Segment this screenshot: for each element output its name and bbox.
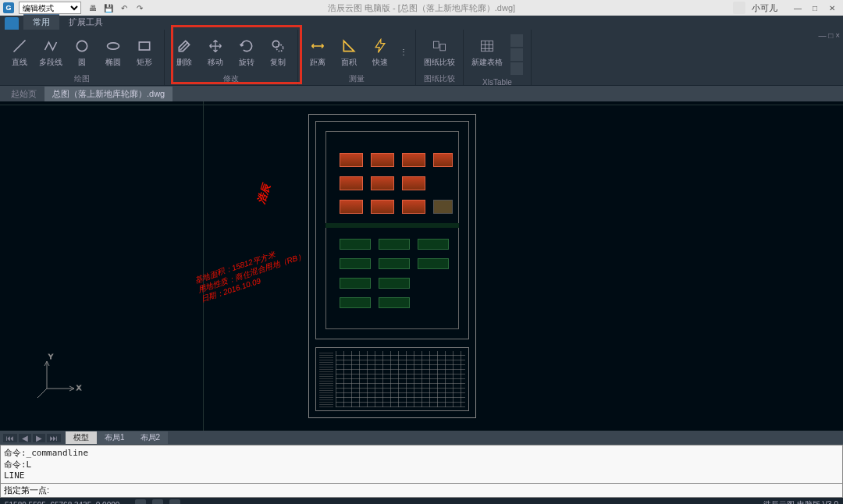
area-button[interactable]: 面积 <box>334 31 364 73</box>
compare-icon <box>430 37 449 55</box>
command-input-row: 指定第一点: <box>0 484 843 498</box>
view-tab-layout1[interactable]: 布局1 <box>97 431 133 444</box>
group-label-compare: 图纸比较 <box>424 73 455 84</box>
menu-tab-common[interactable]: 常用 <box>23 14 59 30</box>
line-button[interactable]: 直线 <box>5 31 34 73</box>
sb-grid-icon[interactable] <box>152 499 163 504</box>
site-plan <box>315 121 469 339</box>
svg-rect-6 <box>440 44 446 51</box>
table-icon <box>478 37 496 55</box>
group-label-measure: 测量 <box>349 73 365 84</box>
drawing-border <box>308 114 476 418</box>
close-button[interactable]: ✕ <box>824 4 840 12</box>
polyline-icon <box>41 37 60 55</box>
doc-tab-1[interactable]: 总图（落上新地库轮廓）.dwg <box>44 87 173 101</box>
svg-text:Y: Y <box>48 353 53 360</box>
document-tabs: 起始页 总图（落上新地库轮廓）.dwg <box>0 86 843 101</box>
sb-snap-icon[interactable] <box>135 499 146 504</box>
copy-icon <box>269 37 287 55</box>
save-icon[interactable]: 💾 <box>103 2 114 13</box>
maximize-button[interactable]: □ <box>807 4 823 12</box>
quick-button[interactable]: 快速 <box>365 31 395 73</box>
print-icon[interactable]: 🖶 <box>87 2 98 13</box>
statusbar: 51589.5595, 65768.3435, 0.0000 浩辰云图 电脑版 … <box>0 498 843 504</box>
command-history: 命令:_commandline 命令:L LINE <box>0 445 843 484</box>
command-prompt: 指定第一点: <box>1 484 52 496</box>
svg-point-3 <box>272 41 279 47</box>
vtab-prev-icon[interactable]: ◀ <box>19 434 31 442</box>
avatar[interactable] <box>733 2 745 14</box>
erase-button[interactable]: 删除 <box>169 31 199 73</box>
move-button[interactable]: 移动 <box>201 31 230 73</box>
start-tab[interactable]: 起始页 <box>3 87 44 101</box>
username: 小可儿 <box>752 2 777 14</box>
more-icon: ⋮ <box>394 42 413 61</box>
copy-button[interactable]: 复制 <box>263 31 293 73</box>
compare-button[interactable]: 图纸比较 <box>421 31 458 73</box>
svg-point-0 <box>76 41 87 51</box>
svg-point-4 <box>276 44 283 51</box>
annotation-title: 浩辰 <box>255 182 274 205</box>
ribbon-group-modify: 删除 移动 旋转 复制 修改 <box>165 30 298 85</box>
ribbon-group-measure: 距离 面积 快速 ⋮ 测量 <box>298 30 416 85</box>
rotate-button[interactable]: 旋转 <box>232 31 261 73</box>
crosshair-v <box>203 101 204 431</box>
rect-icon <box>135 37 154 55</box>
rect-button[interactable]: 矩形 <box>130 31 159 73</box>
ribbon-group-draw: 直线 多段线 圆 椭圆 矩形 绘图 <box>0 30 165 85</box>
table-opt2-icon[interactable] <box>510 48 523 61</box>
svg-rect-5 <box>434 41 439 48</box>
crosshair-h <box>0 105 843 105</box>
ribbon-collapse-icon[interactable]: — □ × <box>819 31 840 40</box>
rotate-icon <box>237 37 256 55</box>
vtab-first-icon[interactable]: ⏮ <box>3 434 17 442</box>
redo-icon[interactable]: ↷ <box>134 2 145 13</box>
group-label-draw: 绘图 <box>74 73 90 84</box>
erase-icon <box>175 37 194 55</box>
ribbon-group-compare: 图纸比较 图纸比较 <box>416 30 464 85</box>
sb-ortho-icon[interactable] <box>169 499 180 504</box>
drawing-canvas[interactable]: 浩辰 基地面积：15812平方米 用地性质：商住混合用地（RB） 日期：2016… <box>0 101 843 431</box>
area-icon <box>340 37 358 55</box>
newtable-button[interactable]: 新建表格 <box>468 31 506 73</box>
coords-readout: 51589.5595, 65768.3435, 0.0000 <box>5 501 119 505</box>
view-tab-model[interactable]: 模型 <box>66 431 97 444</box>
table-opt1-icon[interactable] <box>510 34 523 47</box>
polyline-button[interactable]: 多段线 <box>36 31 66 73</box>
group-label-modify: 修改 <box>223 73 239 84</box>
mode-select[interactable]: 编辑模式 <box>19 2 81 14</box>
line-icon <box>10 37 29 55</box>
measure-more[interactable]: ⋮ <box>397 31 411 73</box>
ribbon: — □ × 直线 多段线 圆 椭圆 矩形 绘图 删除 移动 旋转 复制 修改 距… <box>0 30 843 86</box>
svg-rect-2 <box>139 42 149 50</box>
circle-icon <box>73 37 91 55</box>
annotation-info: 基地面积：15812平方米 用地性质：商住混合用地（RB） 日期：2016.10… <box>193 241 309 305</box>
minimize-button[interactable]: — <box>790 4 806 12</box>
ellipse-icon <box>104 37 123 55</box>
view-tab-layout2[interactable]: 布局2 <box>133 431 169 444</box>
ellipse-button[interactable]: 椭圆 <box>98 31 128 73</box>
version-label: 浩辰云图 电脑版 V3.0 <box>763 499 838 504</box>
menu-tabs: 常用 扩展工具 <box>0 16 843 30</box>
vtab-last-icon[interactable]: ⏭ <box>47 434 61 442</box>
undo-icon[interactable]: ↶ <box>119 2 130 13</box>
move-icon <box>206 37 225 55</box>
drawing-table <box>315 347 469 411</box>
circle-button[interactable]: 圆 <box>67 31 97 73</box>
group-label-xlstable: XlsTable <box>482 78 512 87</box>
window-title: 浩辰云图 电脑版 - [总图（落上新地库轮廓）.dwg] <box>328 2 515 14</box>
app-logo: G <box>3 2 14 13</box>
svg-text:X: X <box>76 384 81 392</box>
quick-icon <box>371 37 389 55</box>
view-tabs: ⏮ ◀ ▶ ⏭ 模型 布局1 布局2 <box>0 431 843 445</box>
dist-button[interactable]: 距离 <box>303 31 333 73</box>
command-input[interactable] <box>52 486 842 495</box>
ribbon-group-xlstable: 新建表格 XlsTable <box>464 30 532 85</box>
dist-icon <box>308 37 327 55</box>
svg-rect-7 <box>482 41 493 51</box>
table-opt3-icon[interactable] <box>510 62 523 75</box>
vtab-next-icon[interactable]: ▶ <box>33 434 45 442</box>
menu-tab-ext[interactable]: 扩展工具 <box>59 15 112 30</box>
titlebar: G 编辑模式 🖶 💾 ↶ ↷ 浩辰云图 电脑版 - [总图（落上新地库轮廓）.d… <box>0 0 843 16</box>
svg-point-1 <box>108 43 119 49</box>
